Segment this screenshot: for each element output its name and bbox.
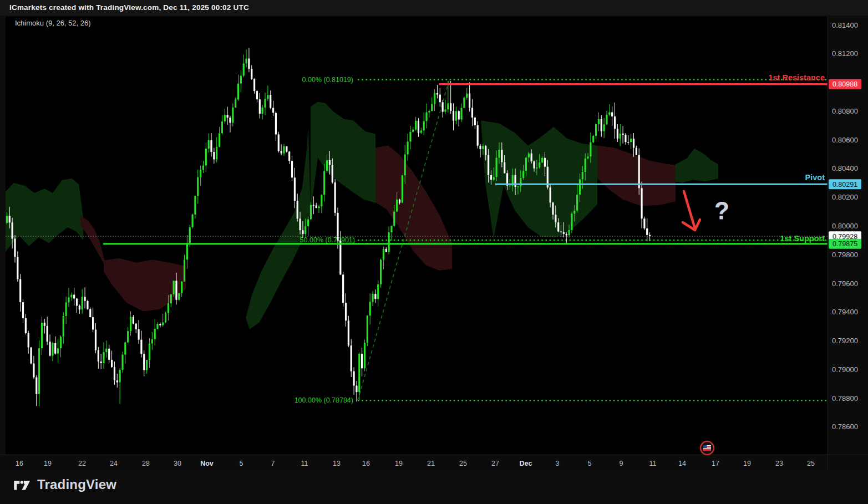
candle	[367, 315, 368, 346]
candle	[173, 281, 175, 297]
time-tick-label: 3	[556, 460, 560, 467]
price-tick-label: 0.80800	[832, 107, 858, 115]
candle-body	[485, 146, 486, 155]
candle-body	[283, 146, 285, 154]
fib-level-label: 50.00% (0.79901)	[300, 236, 355, 244]
time-tick-label: 17	[712, 460, 719, 467]
candle-body	[275, 113, 277, 134]
candle-body	[358, 354, 360, 392]
candle-body	[455, 111, 457, 120]
candle-body	[356, 385, 357, 392]
candle-body	[70, 295, 72, 298]
candle-body	[447, 103, 449, 109]
candle-body	[625, 135, 626, 142]
candle	[477, 121, 479, 149]
candle-body	[159, 324, 161, 325]
candle	[121, 352, 123, 373]
candle-body	[304, 226, 306, 234]
candle	[364, 340, 366, 371]
candle-body	[614, 116, 616, 129]
indicator-legend[interactable]: Ichimoku (9, 26, 52, 26)	[15, 19, 91, 27]
time-tick-label: 24	[110, 460, 118, 467]
time-tick-label: Nov	[200, 460, 214, 467]
candle-body	[63, 316, 64, 337]
time-tick-label: 19	[743, 460, 751, 467]
candle-body	[165, 313, 166, 323]
candle-body	[35, 377, 37, 394]
candle-body	[245, 59, 247, 64]
candle-body	[536, 167, 537, 169]
candle-body	[278, 134, 280, 151]
candle-body	[501, 150, 502, 162]
fib-level-label: 100.00% (0.78784)	[295, 396, 353, 404]
candle-body	[12, 222, 13, 238]
candle-body	[418, 121, 419, 133]
us-flag-event-icon[interactable]	[701, 441, 714, 455]
candle	[643, 217, 645, 230]
candle-body	[428, 111, 430, 112]
candle-body	[49, 342, 50, 355]
candle-body	[286, 146, 287, 152]
price-tick-label: 0.79400	[832, 308, 858, 316]
candle-body	[184, 259, 185, 281]
tradingview-logo-text: TradingView	[37, 477, 116, 492]
candle-body	[98, 350, 99, 362]
tradingview-logo[interactable]: TradingView	[13, 476, 116, 493]
time-tick-label: 13	[333, 460, 341, 467]
candle-body	[544, 158, 546, 167]
candle-body	[520, 178, 521, 186]
candle-body	[420, 130, 422, 133]
candle-body	[493, 177, 495, 180]
candle-body	[517, 186, 519, 187]
candle-body	[119, 370, 121, 383]
candle-body	[17, 257, 18, 279]
time-tick-label: 28	[142, 460, 150, 467]
candle-body	[256, 91, 258, 99]
candle-body	[374, 294, 376, 299]
time-tick-label: Dec	[520, 460, 532, 467]
candle-body	[633, 139, 634, 148]
candle-body	[38, 348, 40, 394]
candle-body	[531, 154, 532, 161]
candle-body	[133, 317, 134, 324]
candle-body	[321, 195, 322, 206]
candle-body	[130, 317, 131, 332]
candle	[638, 149, 640, 195]
candle-body	[87, 301, 88, 309]
time-tick-label: 21	[427, 460, 435, 467]
question-mark-annotation[interactable]: ?	[714, 198, 729, 223]
candle-body	[383, 249, 384, 260]
candle-body	[82, 297, 83, 309]
candle-body	[436, 93, 438, 95]
price-tick-label: 0.79000	[832, 365, 858, 374]
candle-body	[47, 326, 48, 342]
candle-body	[332, 165, 333, 182]
candle-body	[555, 215, 556, 222]
time-tick-label: 25	[459, 460, 467, 467]
candle-body	[404, 154, 406, 175]
candle-body	[557, 222, 559, 231]
time-tick-label: 16	[362, 460, 370, 467]
candle-body	[393, 212, 395, 226]
candle-body	[339, 241, 341, 274]
fib-level-label: 0.00% (0.81019)	[302, 76, 353, 84]
candle-body	[598, 119, 600, 124]
time-tick-label: 14	[678, 460, 686, 467]
candle-body	[453, 111, 454, 121]
chart-canvas[interactable]: 0.00% (0.81019)50.00% (0.79901)100.00% (…	[0, 0, 868, 504]
candle-body	[140, 340, 142, 354]
candle-body	[219, 133, 220, 146]
candle-body	[617, 129, 618, 139]
candle-body	[388, 232, 390, 252]
candle-body	[162, 322, 164, 325]
candle-body	[560, 231, 562, 232]
candle-body	[434, 93, 435, 104]
price-tick-label: 0.79800	[832, 251, 858, 259]
candle-body	[587, 156, 588, 159]
candle-body	[197, 177, 199, 196]
candle-body	[318, 206, 319, 208]
candle-body	[396, 200, 398, 212]
candle-body	[60, 337, 62, 348]
price-badge-text: 0.80291	[833, 181, 857, 189]
flag-canton	[703, 445, 707, 448]
